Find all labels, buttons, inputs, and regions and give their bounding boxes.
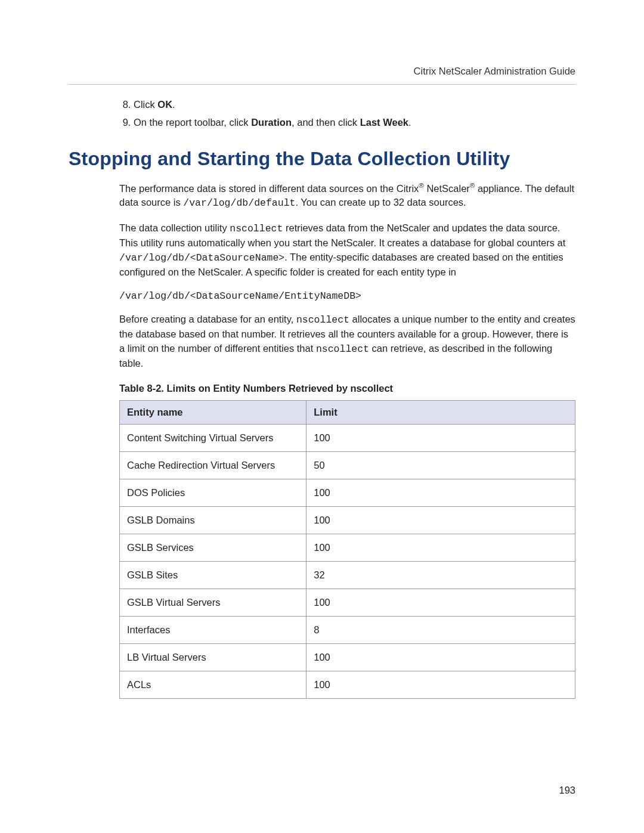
- p3-code2: nscollect: [316, 343, 369, 355]
- cell-entity: Interfaces: [120, 616, 306, 643]
- cell-entity: GSLB Sites: [120, 561, 306, 589]
- step-9-bold2: Last Week: [360, 117, 408, 128]
- cell-limit: 100: [306, 671, 575, 698]
- paragraph-3: Before creating a database for an entity…: [119, 312, 575, 371]
- cell-limit: 100: [306, 589, 575, 616]
- cell-limit: 32: [306, 561, 575, 589]
- table-row: GSLB Sites32: [120, 561, 575, 589]
- step-8-pre: Click: [134, 99, 157, 110]
- header-rule: [69, 84, 575, 85]
- paragraph-1: The performance data is stored in differ…: [119, 181, 575, 210]
- step-list: Click OK. On the report toolbar, click D…: [119, 98, 575, 130]
- step-9-post: .: [408, 117, 411, 128]
- table-row: Content Switching Virtual Servers100: [120, 424, 575, 451]
- cell-limit: 8: [306, 616, 575, 643]
- p1-code: /var/log/db/default: [183, 197, 295, 209]
- code-line: /var/log/db/<DataSourceName/EntityNameDB…: [119, 290, 575, 302]
- cell-entity: GSLB Services: [120, 534, 306, 561]
- page-number: 193: [559, 785, 575, 796]
- cell-entity: Content Switching Virtual Servers: [120, 424, 306, 451]
- cell-entity: GSLB Domains: [120, 506, 306, 534]
- paragraph-2: The data collection utility nscollect re…: [119, 221, 575, 280]
- th-limit: Limit: [306, 400, 575, 424]
- step-8-post: .: [172, 99, 175, 110]
- table-row: LB Virtual Servers100: [120, 643, 575, 671]
- cell-limit: 100: [306, 424, 575, 451]
- cell-entity: ACLs: [120, 671, 306, 698]
- p2-a: The data collection utility: [119, 222, 230, 233]
- table-row: ACLs100: [120, 671, 575, 698]
- cell-entity: LB Virtual Servers: [120, 643, 306, 671]
- cell-limit: 100: [306, 534, 575, 561]
- cell-limit: 100: [306, 643, 575, 671]
- step-9: On the report toolbar, click Duration, a…: [134, 116, 575, 130]
- page: Citrix NetScaler Administration Guide Cl…: [0, 0, 644, 833]
- table-row: GSLB Services100: [120, 534, 575, 561]
- limits-table: Entity name Limit Content Switching Virt…: [119, 400, 575, 699]
- table-row: GSLB Domains100: [120, 506, 575, 534]
- table-row: Cache Redirection Virtual Servers50: [120, 451, 575, 479]
- registered-icon: ®: [419, 182, 424, 189]
- p1-b: NetScaler: [424, 182, 470, 193]
- cell-entity: DOS Policies: [120, 479, 306, 506]
- step-9-mid: , and then click: [292, 117, 360, 128]
- content-area: Click OK. On the report toolbar, click D…: [69, 98, 575, 699]
- p3-a: Before creating a database for an entity…: [119, 314, 296, 324]
- p1-a: The performance data is stored in differ…: [119, 182, 419, 193]
- p3-code1: nscollect: [296, 314, 349, 326]
- cell-limit: 100: [306, 479, 575, 506]
- section-heading: Stopping and Starting the Data Collectio…: [69, 148, 575, 170]
- table-row: Interfaces8: [120, 616, 575, 643]
- cell-limit: 100: [306, 506, 575, 534]
- p1-d: . You can create up to 32 data sources.: [295, 197, 466, 208]
- step-9-bold1: Duration: [251, 117, 292, 128]
- running-head: Citrix NetScaler Administration Guide: [69, 66, 575, 77]
- cell-entity: GSLB Virtual Servers: [120, 589, 306, 616]
- p2-code2: /var/log/db/<DataSourceName>: [119, 252, 284, 264]
- p2-code1: nscollect: [230, 223, 283, 234]
- th-entity-name: Entity name: [120, 400, 306, 424]
- cell-limit: 50: [306, 451, 575, 479]
- cell-entity: Cache Redirection Virtual Servers: [120, 451, 306, 479]
- table-header-row: Entity name Limit: [120, 400, 575, 424]
- table-row: DOS Policies100: [120, 479, 575, 506]
- table-row: GSLB Virtual Servers100: [120, 589, 575, 616]
- step-8-bold: OK: [157, 99, 172, 110]
- step-9-pre: On the report toolbar, click: [134, 117, 251, 128]
- step-8: Click OK.: [134, 98, 575, 112]
- table-caption: Table 8-2. Limits on Entity Numbers Retr…: [119, 383, 575, 394]
